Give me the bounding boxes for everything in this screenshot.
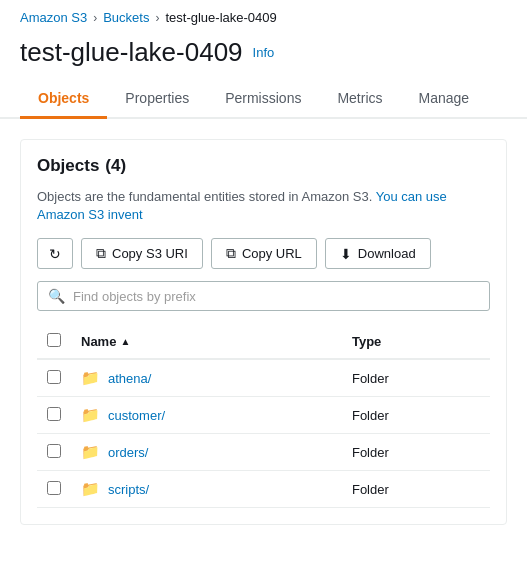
copy-icon-url: ⧉ — [226, 245, 236, 262]
table-body: 📁athena/Folder📁customer/Folder📁orders/Fo… — [37, 359, 490, 508]
search-icon: 🔍 — [48, 288, 65, 304]
breadcrumb-sep-1: › — [93, 11, 97, 25]
table-row: 📁orders/Folder — [37, 434, 490, 471]
tab-permissions[interactable]: Permissions — [207, 80, 319, 119]
row-name-cell: 📁athena/ — [71, 359, 342, 397]
row-name-cell: 📁scripts/ — [71, 471, 342, 508]
row-checkbox[interactable] — [47, 407, 61, 421]
objects-table: Name ▲ Type 📁athena/Folder📁customer/Fold… — [37, 325, 490, 508]
row-checkbox[interactable] — [47, 370, 61, 384]
breadcrumb-buckets[interactable]: Buckets — [103, 10, 149, 25]
copy-s3-uri-button[interactable]: ⧉ Copy S3 URI — [81, 238, 203, 269]
row-type-cell: Folder — [342, 359, 490, 397]
row-type-cell: Folder — [342, 471, 490, 508]
row-type-cell: Folder — [342, 397, 490, 434]
tab-management[interactable]: Manage — [401, 80, 488, 119]
page-title: test-glue-lake-0409 — [20, 37, 243, 68]
table-row: 📁athena/Folder — [37, 359, 490, 397]
select-all-checkbox[interactable] — [47, 333, 61, 347]
info-badge[interactable]: Info — [253, 45, 275, 60]
row-checkbox-cell — [37, 471, 71, 508]
table-header-row: Name ▲ Type — [37, 325, 490, 359]
row-checkbox[interactable] — [47, 444, 61, 458]
row-checkbox-cell — [37, 359, 71, 397]
breadcrumb-current: test-glue-lake-0409 — [165, 10, 276, 25]
breadcrumb-s3[interactable]: Amazon S3 — [20, 10, 87, 25]
folder-icon: 📁 — [81, 443, 100, 461]
tab-objects[interactable]: Objects — [20, 80, 107, 119]
th-name: Name ▲ — [71, 325, 342, 359]
th-checkbox — [37, 325, 71, 359]
object-name-link[interactable]: customer/ — [108, 408, 165, 423]
tab-metrics[interactable]: Metrics — [319, 80, 400, 119]
table-row: 📁customer/Folder — [37, 397, 490, 434]
row-type-cell: Folder — [342, 434, 490, 471]
breadcrumb-sep-2: › — [155, 11, 159, 25]
row-checkbox-cell — [37, 397, 71, 434]
th-type: Type — [342, 325, 490, 359]
object-name-link[interactable]: orders/ — [108, 445, 148, 460]
folder-icon: 📁 — [81, 480, 100, 498]
object-name-link[interactable]: scripts/ — [108, 482, 149, 497]
row-name-cell: 📁customer/ — [71, 397, 342, 434]
breadcrumb: Amazon S3 › Buckets › test-glue-lake-040… — [0, 0, 527, 33]
objects-card: Objects (4) Objects are the fundamental … — [20, 139, 507, 525]
folder-icon: 📁 — [81, 406, 100, 424]
tab-properties[interactable]: Properties — [107, 80, 207, 119]
copy-url-button[interactable]: ⧉ Copy URL — [211, 238, 317, 269]
refresh-icon: ↻ — [49, 246, 61, 262]
page-title-row: test-glue-lake-0409 Info — [0, 33, 527, 80]
search-bar: 🔍 — [37, 281, 490, 311]
name-sort-icon[interactable]: ▲ — [120, 336, 130, 347]
row-checkbox[interactable] — [47, 481, 61, 495]
row-checkbox-cell — [37, 434, 71, 471]
refresh-button[interactable]: ↻ — [37, 238, 73, 269]
download-button[interactable]: ⬇ Download — [325, 238, 431, 269]
copy-icon-s3: ⧉ — [96, 245, 106, 262]
row-name-cell: 📁orders/ — [71, 434, 342, 471]
main-content: Objects (4) Objects are the fundamental … — [0, 119, 527, 545]
download-icon: ⬇ — [340, 246, 352, 262]
object-name-link[interactable]: athena/ — [108, 371, 151, 386]
search-input[interactable] — [73, 289, 479, 304]
toolbar: ↻ ⧉ Copy S3 URI ⧉ Copy URL ⬇ Download — [37, 238, 490, 269]
objects-title: Objects — [37, 156, 99, 176]
tabs-nav: Objects Properties Permissions Metrics M… — [0, 80, 527, 119]
folder-icon: 📁 — [81, 369, 100, 387]
objects-description: Objects are the fundamental entities sto… — [37, 188, 490, 224]
table-row: 📁scripts/Folder — [37, 471, 490, 508]
objects-count: (4) — [105, 156, 126, 176]
